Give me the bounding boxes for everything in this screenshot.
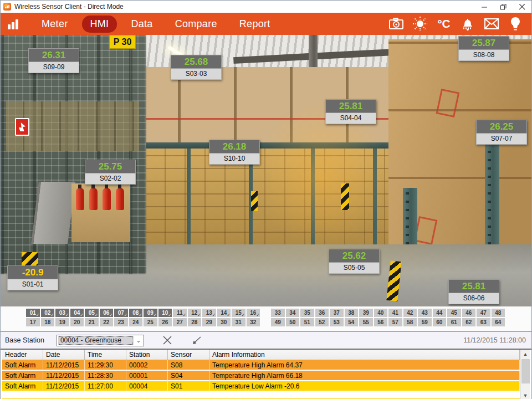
- channel-cell-42[interactable]: 42: [403, 309, 417, 317]
- channel-cell-57[interactable]: 57: [388, 318, 402, 326]
- channel-cell-30[interactable]: 30: [217, 318, 231, 326]
- channel-cell-31[interactable]: 31: [232, 318, 245, 326]
- tab-compare[interactable]: Compare: [167, 16, 226, 33]
- channel-cell-43[interactable]: 43: [418, 309, 432, 317]
- sensor-tag-s03-03[interactable]: 25.68S03-03: [171, 55, 222, 80]
- alarm-row[interactable]: Soft Alarm11/12/201511:29:3000002S08Temp…: [2, 360, 520, 371]
- tab-hmi[interactable]: HMI: [82, 16, 117, 33]
- channel-cell-56[interactable]: 56: [374, 318, 388, 326]
- base-station-select[interactable]: 00004 - Greenhouse ⌄: [57, 335, 144, 346]
- channel-cell-37[interactable]: 37: [330, 309, 344, 317]
- channel-cell-06[interactable]: 06✓: [100, 309, 114, 317]
- sensor-tag-s07-07[interactable]: 26.25S07-07: [476, 120, 527, 145]
- channel-cell-08[interactable]: 08✓: [129, 309, 143, 317]
- channel-cell-38[interactable]: 38: [345, 309, 359, 317]
- channel-cell-52[interactable]: 52: [315, 318, 329, 326]
- channel-cell-59[interactable]: 59: [418, 318, 432, 326]
- sensor-tag-s10-10[interactable]: 26.18S10-10: [209, 140, 260, 165]
- channel-cell-22[interactable]: 22: [100, 318, 114, 326]
- channel-cell-40[interactable]: 40: [374, 309, 388, 317]
- channel-cell-16[interactable]: 16✓: [247, 309, 260, 317]
- channel-cell-11[interactable]: 11✓: [173, 309, 187, 317]
- column-header-time[interactable]: Time: [85, 350, 126, 360]
- channel-cell-44[interactable]: 44: [433, 309, 447, 317]
- channel-cell-61[interactable]: 61: [447, 318, 461, 326]
- channel-cell-01[interactable]: 01✓: [26, 309, 40, 317]
- channel-cell-09[interactable]: 09✓: [144, 309, 157, 317]
- channel-cell-53[interactable]: 53: [330, 318, 344, 326]
- minimize-button[interactable]: [475, 1, 494, 13]
- channel-cell-10[interactable]: 10✓: [158, 309, 172, 317]
- mail-icon[interactable]: [483, 16, 500, 32]
- close-button[interactable]: [513, 1, 531, 13]
- tab-data[interactable]: Data: [122, 16, 161, 33]
- channel-cell-07[interactable]: 07✓: [114, 309, 128, 317]
- sensor-tag-s01-01[interactable]: -20.9S01-01: [7, 265, 58, 290]
- channel-cell-15[interactable]: 15✓: [232, 309, 245, 317]
- sensor-tag-s08-08[interactable]: 25.87S08-08: [458, 36, 509, 61]
- scroll-up-button[interactable]: ▲: [521, 350, 530, 358]
- column-header-header[interactable]: Header: [2, 350, 43, 360]
- channel-cell-04[interactable]: 04✓: [70, 309, 84, 317]
- clear-button[interactable]: [161, 334, 174, 346]
- sensor-tag-s09-09[interactable]: 26.31S09-09: [28, 48, 79, 73]
- channel-cell-48[interactable]: 48: [492, 309, 505, 317]
- channel-cell-20[interactable]: 20: [70, 318, 84, 326]
- sensor-tag-s06-06[interactable]: 25.81S06-06: [448, 279, 499, 304]
- channel-cell-13[interactable]: 13✓: [202, 309, 216, 317]
- scroll-down-button[interactable]: ▼: [521, 391, 530, 399]
- channel-cell-41[interactable]: 41: [388, 309, 402, 317]
- channel-cell-17[interactable]: 17: [26, 318, 40, 326]
- sensor-tag-s02-02[interactable]: 25.75S02-02: [85, 160, 136, 185]
- camera-icon[interactable]: [388, 16, 405, 32]
- channel-cell-49[interactable]: 49: [271, 318, 285, 326]
- channel-cell-50[interactable]: 50: [286, 318, 300, 326]
- channel-cell-55[interactable]: 55: [359, 318, 373, 326]
- channel-cell-05[interactable]: 05✓: [85, 309, 99, 317]
- channel-cell-63[interactable]: 63: [477, 318, 490, 326]
- column-header-alarm-information[interactable]: Alarm Information: [209, 350, 520, 360]
- channel-cell-26[interactable]: 26: [158, 318, 172, 326]
- channel-cell-36[interactable]: 36: [315, 309, 329, 317]
- alarm-row[interactable]: Soft Alarm11/12/201511:28:3000001S04Temp…: [2, 371, 520, 381]
- channel-cell-27[interactable]: 27: [173, 318, 187, 326]
- edit-pencil-icon[interactable]: [191, 334, 204, 346]
- channel-cell-47[interactable]: 47: [477, 309, 490, 317]
- channel-cell-35[interactable]: 35: [300, 309, 314, 317]
- channel-cell-46[interactable]: 46: [462, 309, 476, 317]
- channel-cell-62[interactable]: 62: [462, 318, 476, 326]
- channel-cell-32[interactable]: 32: [247, 318, 260, 326]
- sun-icon[interactable]: [412, 16, 428, 32]
- channel-cell-14[interactable]: 14✓: [217, 309, 231, 317]
- channel-cell-19[interactable]: 19: [55, 318, 69, 326]
- sensor-tag-s05-05[interactable]: 25.62S05-05: [329, 249, 380, 274]
- channel-cell-03[interactable]: 03✓: [55, 309, 69, 317]
- channel-cell-51[interactable]: 51: [300, 318, 314, 326]
- celsius-icon[interactable]: °C: [436, 16, 452, 32]
- chevron-down-icon[interactable]: ⌄: [134, 337, 144, 344]
- tab-report[interactable]: Report: [231, 16, 279, 33]
- channel-cell-12[interactable]: 12✓: [188, 309, 202, 317]
- channel-cell-45[interactable]: 45: [447, 309, 461, 317]
- channel-cell-34[interactable]: 34: [286, 309, 300, 317]
- channel-cell-33[interactable]: 33: [271, 309, 285, 317]
- alarm-row[interactable]: Soft Alarm11/12/201511:27:0000004S01Temp…: [2, 381, 520, 392]
- channel-cell-24[interactable]: 24: [129, 318, 143, 326]
- column-header-date[interactable]: Date: [43, 350, 85, 360]
- sensor-tag-s04-04[interactable]: 25.81S04-04: [325, 99, 376, 124]
- channel-cell-39[interactable]: 39: [359, 309, 373, 317]
- channel-cell-18[interactable]: 18: [41, 318, 55, 326]
- channel-cell-02[interactable]: 02✓: [41, 309, 55, 317]
- channel-cell-28[interactable]: 28: [188, 318, 202, 326]
- alarm-bell-icon[interactable]: [459, 16, 476, 32]
- column-header-station[interactable]: Station: [126, 350, 168, 360]
- channel-cell-21[interactable]: 21: [85, 318, 99, 326]
- channel-cell-60[interactable]: 60: [433, 318, 447, 326]
- column-header-sensor[interactable]: Sensor: [168, 350, 209, 360]
- channel-cell-25[interactable]: 25: [144, 318, 157, 326]
- lightbulb-icon[interactable]: [507, 16, 524, 32]
- channel-cell-23[interactable]: 23: [114, 318, 128, 326]
- restore-button[interactable]: [494, 1, 513, 13]
- tab-meter[interactable]: Meter: [33, 16, 76, 33]
- channel-cell-54[interactable]: 54: [345, 318, 359, 326]
